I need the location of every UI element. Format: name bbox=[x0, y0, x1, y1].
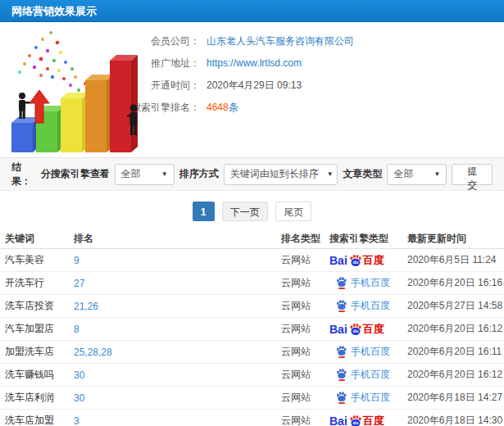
table-row: 洗车赚钱吗 30 云网站 Bai du 百度 bbox=[0, 364, 504, 387]
mobile-baidu-logo: 手机百度 bbox=[329, 368, 390, 382]
mobile-baidu-label: 手机百度 bbox=[351, 368, 390, 382]
sort-order-select[interactable]: 关键词由短到长排序▼ bbox=[224, 164, 338, 185]
ranking-count-unit: 条 bbox=[229, 102, 238, 113]
mobile-baidu-paw-icon bbox=[336, 300, 347, 310]
table-row: 洗车店投资 21,26 云网站 Bai du 百度 bbox=[0, 295, 504, 318]
keyword-cell: 开洗车行 bbox=[0, 276, 74, 290]
mobile-baidu-underline bbox=[338, 402, 345, 404]
updated-cell: 2020年6月20日 16:12 bbox=[407, 368, 504, 382]
member-company-row: 会员公司： 山东老人头汽车服务咨询有限公司 bbox=[131, 30, 504, 52]
filter-bar: 结果： 分搜索引擎查看 全部▼ 排序方式 关键词由短到长排序▼ 文章类型 全部▼… bbox=[0, 157, 504, 191]
engine-filter-select[interactable]: 全部▼ bbox=[115, 164, 175, 185]
mobile-baidu-logo: 手机百度 bbox=[329, 391, 390, 405]
last-page-button[interactable]: 尾页 bbox=[275, 202, 311, 221]
ranking-count-value: 4648 bbox=[207, 102, 229, 113]
keyword-cell: 洗车赚钱吗 bbox=[0, 368, 74, 382]
member-info: 会员公司： 山东老人头汽车服务咨询有限公司 推广地址： https://www.… bbox=[131, 22, 504, 119]
keyword-cell: 加盟洗车店 bbox=[0, 345, 74, 359]
header-engine-type: 搜索引擎类型 bbox=[329, 232, 407, 246]
updated-cell: 2020年6月20日 16:16 bbox=[407, 276, 504, 290]
engine-cell: Bai du 百度 bbox=[329, 276, 407, 290]
pagination: 1 下一页 尾页 bbox=[0, 202, 504, 222]
table-row: 加盟洗车店 25,28,28 云网站 Bai du 百度 bbox=[0, 341, 504, 364]
table-row: 汽车美容 9 云网站 Bai du 百度 bbox=[0, 249, 504, 272]
baidu-paw-icon: du bbox=[348, 323, 362, 336]
engine-cell: Bai du 百度 bbox=[329, 414, 407, 426]
engine-cell: Bai du 百度 bbox=[329, 253, 407, 268]
engine-cell: Bai du 百度 bbox=[329, 322, 407, 337]
baidu-pc-logo: Bai du 百度 bbox=[329, 322, 384, 337]
mobile-baidu-underline bbox=[338, 379, 345, 381]
open-time-value: 2020年4月29日 09:13 bbox=[207, 75, 302, 97]
mobile-baidu-label: 手机百度 bbox=[351, 299, 390, 313]
rank-cell: 25,28,28 bbox=[74, 347, 281, 358]
mobile-baidu-logo: 手机百度 bbox=[329, 345, 390, 359]
baidu-pc-logo: Bai du 百度 bbox=[329, 414, 384, 426]
chevron-down-icon: ▼ bbox=[161, 170, 168, 178]
growth-chart-illustration bbox=[0, 26, 148, 156]
open-time-row: 开通时间： 2020年4月29日 09:13 bbox=[131, 75, 504, 97]
keyword-cell: 洗车店加盟 bbox=[0, 414, 74, 426]
rank-cell: 9 bbox=[74, 255, 281, 266]
confetti-dots bbox=[18, 31, 90, 97]
keyword-cell: 洗车店利润 bbox=[0, 391, 74, 405]
results-table: 关键词 排名 排名类型 搜索引擎类型 最新更新时间 汽车美容 9 云网站 Bai… bbox=[0, 229, 504, 426]
baidu-pc-logo: Bai du 百度 bbox=[329, 253, 384, 268]
mobile-baidu-underline bbox=[338, 310, 345, 312]
bar-red bbox=[110, 55, 138, 152]
businessman-left bbox=[19, 93, 30, 119]
rank-cell: 27 bbox=[74, 278, 281, 289]
rank-cell: 30 bbox=[74, 369, 281, 381]
baidu-logo-latin: Bai bbox=[329, 415, 347, 426]
rank-type-cell: 云网站 bbox=[281, 322, 329, 336]
rank-type-cell: 云网站 bbox=[281, 299, 329, 313]
header-rank: 排名 bbox=[74, 232, 281, 246]
svg-text:du: du bbox=[352, 260, 358, 265]
rank-cell: 30 bbox=[74, 392, 281, 404]
mobile-baidu-paw-icon bbox=[336, 369, 347, 378]
baidu-logo-latin: Bai bbox=[329, 254, 347, 267]
chevron-down-icon: ▼ bbox=[327, 170, 334, 178]
engine-cell: Bai du 百度 bbox=[329, 368, 407, 382]
member-company-link[interactable]: 山东老人头汽车服务咨询有限公司 bbox=[207, 30, 354, 52]
mobile-baidu-label: 手机百度 bbox=[351, 391, 390, 405]
updated-cell: 2020年6月20日 16:12 bbox=[407, 322, 504, 336]
ranking-count-row: 搜索引擎排名： 4648条 bbox=[131, 97, 504, 119]
table-row: 洗车店加盟 3 云网站 Bai du 百度 bbox=[0, 410, 504, 426]
info-section: 会员公司： 山东老人头汽车服务咨询有限公司 推广地址： https://www.… bbox=[0, 22, 504, 157]
article-type-label: 文章类型 bbox=[343, 167, 382, 181]
updated-cell: 2020年6月18日 14:30 bbox=[407, 414, 504, 426]
rank-type-cell: 云网站 bbox=[281, 276, 329, 290]
article-type-select[interactable]: 全部▼ bbox=[387, 164, 447, 185]
mobile-baidu-underline bbox=[338, 288, 345, 289]
svg-text:du: du bbox=[352, 420, 358, 425]
updated-cell: 2020年5月27日 14:58 bbox=[407, 299, 504, 313]
engine-cell: Bai du 百度 bbox=[329, 391, 407, 405]
submit-button[interactable]: 提交 bbox=[452, 164, 493, 185]
table-body: 汽车美容 9 云网站 Bai du 百度 bbox=[0, 249, 504, 426]
next-page-button[interactable]: 下一页 bbox=[222, 202, 268, 221]
rank-type-cell: 云网站 bbox=[281, 253, 329, 267]
updated-cell: 2020年6月5日 11:24 bbox=[407, 253, 504, 267]
page-button-current[interactable]: 1 bbox=[193, 202, 215, 221]
header-updated: 最新更新时间 bbox=[407, 232, 504, 246]
rank-type-cell: 云网站 bbox=[281, 368, 329, 382]
mobile-baidu-label: 手机百度 bbox=[351, 276, 390, 290]
rank-type-cell: 云网站 bbox=[281, 414, 329, 426]
keyword-cell: 汽车加盟店 bbox=[0, 322, 74, 336]
sort-order-label: 排序方式 bbox=[179, 167, 219, 181]
header-rank-type: 排名类型 bbox=[281, 232, 329, 246]
svg-text:du: du bbox=[352, 329, 358, 333]
bar-yellow bbox=[61, 93, 89, 152]
bar-orange bbox=[85, 75, 113, 152]
promo-url-link[interactable]: https://www.lrtlsd.com bbox=[207, 52, 302, 75]
keyword-cell: 洗车店投资 bbox=[0, 299, 74, 313]
rank-cell: 21,26 bbox=[74, 301, 281, 312]
baidu-paw-icon: du bbox=[348, 254, 362, 267]
baidu-logo-cn: 百度 bbox=[363, 414, 384, 426]
chevron-down-icon: ▼ bbox=[434, 170, 440, 178]
baidu-logo-cn: 百度 bbox=[363, 253, 384, 268]
rank-type-cell: 云网站 bbox=[281, 345, 329, 359]
table-row: 开洗车行 27 云网站 Bai du 百度 bbox=[0, 272, 504, 295]
rank-cell: 8 bbox=[74, 324, 281, 335]
